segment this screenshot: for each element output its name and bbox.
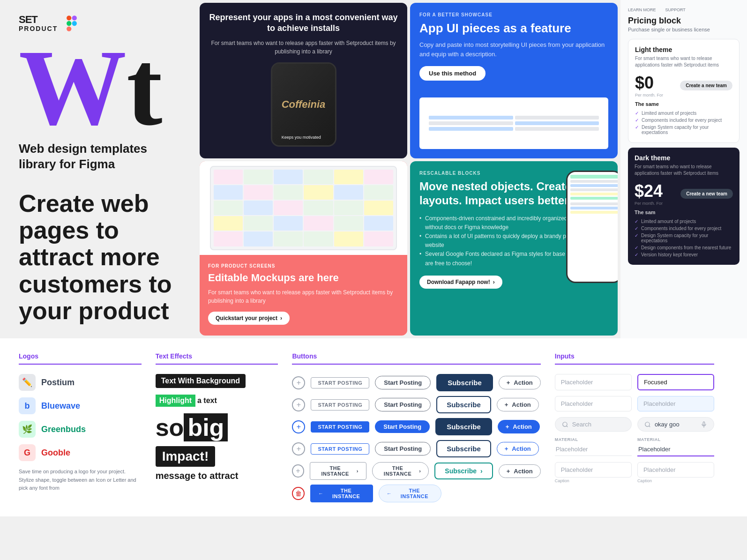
- text-effects-column: Text Effects Text With Background Highli…: [156, 352, 292, 502]
- btn-row-4: + START POSTING Start Posting Subscribe …: [292, 440, 540, 457]
- card-bl-btn[interactable]: Quickstart your project ›: [208, 312, 290, 325]
- card-top-left: Represent your apps in a most convenient…: [200, 3, 407, 158]
- search-icon-1: [562, 421, 568, 428]
- pricing-dark-desc: For smart teams who want to release appl…: [635, 164, 733, 177]
- card-bl-text-area: FOR PRODUCT SCREENS Editable Mockups are…: [200, 255, 407, 334]
- trash-btn-6[interactable]: 🗑: [292, 487, 305, 500]
- card-br-btn[interactable]: Download Fapapp now! ›: [419, 276, 502, 289]
- input-placeholder-1[interactable]: Placeholder: [555, 374, 632, 390]
- plus-btn-5[interactable]: +: [292, 464, 304, 478]
- input-caption-1[interactable]: Placeholder Caption: [555, 462, 632, 483]
- caption-input-box-1[interactable]: Placeholder: [555, 462, 632, 478]
- pricing-light-price-row: $0 Per month. For Create a new team: [635, 73, 732, 97]
- logo-set-text: SET: [19, 14, 58, 25]
- logo-item-bluewave: b Bluewave: [19, 397, 142, 414]
- start-posting-pill-1[interactable]: Start Posting: [375, 376, 431, 389]
- pricing-light-price: $0: [635, 73, 663, 93]
- material-value-2: Placeholder: [638, 446, 671, 453]
- action-label-3: Action: [513, 423, 531, 430]
- action-btn-1[interactable]: + Action: [499, 376, 541, 389]
- logo-icon-gooble: G: [19, 444, 36, 461]
- btn-row-1: + START POSTING Start Posting Subscribe …: [292, 374, 540, 391]
- subscribe-btn-1[interactable]: Subscribe: [436, 374, 493, 391]
- pricing-dark-feature-4: Design components from the nearest futur…: [635, 244, 733, 251]
- hero-letters: W t: [19, 42, 183, 134]
- logo-icon-greenbuds: 🌿: [19, 421, 36, 438]
- ios-phone-mockup: [566, 171, 618, 283]
- caption-input-box-2[interactable]: Placeholder: [637, 462, 714, 478]
- buttons-rows: + START POSTING Start Posting Subscribe …: [292, 374, 540, 502]
- subscribe-btn-3[interactable]: Subscribe: [435, 418, 492, 435]
- pricing-light-features: Limited amount of projects Components in…: [635, 110, 732, 136]
- te-highlight-item: Highlight a text: [156, 395, 278, 407]
- input-focused-1[interactable]: Focused: [637, 374, 714, 390]
- material-input-1[interactable]: Placeholder: [555, 443, 632, 456]
- action-btn-2[interactable]: + Action: [497, 398, 539, 411]
- pricing-panel: LEARN MORE SUPPORT Pricing block Purchas…: [620, 0, 747, 338]
- pricing-light-btn[interactable]: Create a new team: [680, 81, 732, 90]
- focused-text: Focused: [644, 379, 667, 386]
- instance-btn-filled-1[interactable]: ← THE INSTANCE: [310, 485, 373, 502]
- input-caption-2[interactable]: Placeholder Caption: [637, 462, 714, 483]
- start-posting-outline-3[interactable]: START POSTING: [311, 421, 369, 433]
- the-instance-label-1: THE INSTANCE: [318, 465, 353, 477]
- subscribe-btn-4[interactable]: Subscribe: [436, 440, 491, 457]
- logo-name-gooble: Gooble: [41, 448, 70, 458]
- inputs-divider: [555, 364, 714, 365]
- arrow-left-icon-2: ←: [387, 491, 392, 496]
- plus-btn-4[interactable]: +: [292, 442, 305, 455]
- input-search-1[interactable]: Search: [555, 417, 632, 432]
- phone-mockup: Coffeinia Keeps you motivated: [271, 62, 336, 147]
- pricing-light-per: Per month. For: [635, 93, 663, 97]
- subscribe-teal-btn[interactable]: Subscribe ›: [434, 463, 493, 479]
- card-bl-badge: FOR PRODUCT SCREENS: [208, 263, 399, 269]
- plus-btn-1[interactable]: +: [292, 376, 305, 389]
- action-btn-5[interactable]: + Action: [499, 464, 541, 478]
- start-posting-pill-4[interactable]: Start Posting: [375, 442, 431, 455]
- pricing-dark-features: Limited amount of projects Components in…: [635, 218, 733, 258]
- svg-rect-1: [72, 15, 77, 20]
- instance-pill-1[interactable]: The Instance ›: [372, 462, 429, 480]
- ios-screen: [568, 172, 618, 282]
- btn-row-5: + THE INSTANCE › The Instance › Subscrib…: [292, 462, 540, 480]
- card-top-right: FOR A BETTER SHOWCASE App UI pieces as a…: [410, 3, 618, 158]
- input-search-2[interactable]: okay goo: [637, 417, 714, 432]
- btn-row-2: + START POSTING Start Posting Subscribe …: [292, 396, 540, 413]
- chevron-icon-2: ›: [419, 468, 421, 474]
- card-tr-desc: Copy and paste into most storytelling UI…: [419, 40, 608, 59]
- start-posting-outline-2[interactable]: START POSTING: [311, 399, 369, 411]
- te-big-bg: big: [184, 413, 228, 441]
- pricing-dark-btn[interactable]: Create a new team: [680, 189, 733, 199]
- subscribe-btn-2[interactable]: Subscribe: [436, 396, 491, 413]
- plus-btn-3[interactable]: +: [292, 420, 305, 433]
- card-bl-desc: For smart teams who want to release apps…: [208, 288, 399, 305]
- plus-btn-2[interactable]: +: [292, 398, 305, 411]
- start-posting-pill-2[interactable]: Start Posting: [375, 398, 431, 411]
- instance-pill-2[interactable]: ← The Instance: [379, 485, 441, 502]
- search-placeholder-1: Search: [572, 421, 591, 428]
- pricing-dark-feature-5: Version history kept forever: [635, 251, 733, 258]
- card-tr-btn[interactable]: Use this method: [419, 66, 486, 81]
- input-placeholder-3[interactable]: Placeholder: [637, 396, 714, 411]
- card-bl-laptop: [200, 161, 407, 255]
- cards-area: Represent your apps in a most convenient…: [197, 0, 620, 338]
- btn-row-6: 🗑 ← THE INSTANCE ← The Instance: [292, 485, 540, 502]
- mic-icon: [701, 421, 707, 428]
- action-btn-4[interactable]: + Action: [497, 442, 539, 455]
- input-material-1[interactable]: MATERIAL Placeholder: [555, 437, 632, 456]
- pricing-dark-theme: Dark theme: [635, 154, 733, 162]
- pricing-nav-support: SUPPORT: [665, 7, 686, 12]
- plus-icon-action-4: +: [505, 445, 508, 452]
- input-material-2[interactable]: MATERIAL Placeholder: [637, 437, 714, 456]
- start-posting-pill-3[interactable]: Start Posting: [375, 420, 430, 433]
- start-posting-outline-4[interactable]: START POSTING: [311, 443, 369, 455]
- material-input-2[interactable]: Placeholder: [637, 443, 714, 456]
- card-tl-desc: For smart teams who want to release apps…: [209, 39, 398, 56]
- start-posting-outline-1[interactable]: START POSTING: [311, 377, 369, 388]
- action-btn-3[interactable]: + Action: [498, 420, 540, 433]
- inputs-title: Inputs: [555, 352, 714, 360]
- input-placeholder-2[interactable]: Placeholder: [555, 396, 632, 411]
- pricing-dark-price-row: $24 Per month. For Create a new team: [635, 181, 733, 206]
- arrow-right-icon: ›: [280, 315, 282, 321]
- instance-btn-outline-1[interactable]: THE INSTANCE ›: [310, 462, 366, 480]
